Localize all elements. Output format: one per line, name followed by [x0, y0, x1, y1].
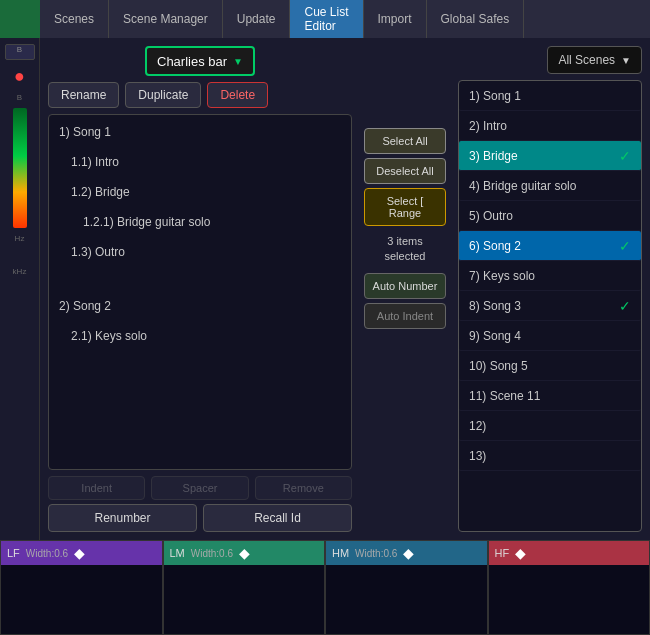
nav-tab-scenes[interactable]: Scenes	[40, 0, 109, 38]
cue-item-7[interactable]: 7) Keys solo	[459, 261, 641, 291]
center-panel: Charlies bar ▼ Rename Duplicate Delete 1…	[40, 38, 360, 540]
scene-item-1[interactable]: 1) Song 1	[51, 117, 349, 147]
channel-label-hf: HF	[495, 547, 510, 559]
scene-item-empty2[interactable]	[51, 351, 349, 375]
crossover-icon-hm[interactable]: ◆	[403, 545, 414, 561]
cue-item-label: 3) Bridge	[469, 149, 518, 163]
all-scenes-dropdown-row: All Scenes ▼	[458, 46, 642, 74]
all-scenes-arrow-icon: ▼	[621, 55, 631, 66]
cue-item-5[interactable]: 5) Outro	[459, 201, 641, 231]
cue-item-10[interactable]: 10) Song 5	[459, 351, 641, 381]
all-scenes-dropdown[interactable]: All Scenes ▼	[547, 46, 642, 74]
cue-item-label: 10) Song 5	[469, 359, 528, 373]
renumber-row: Renumber Recall Id	[48, 504, 352, 532]
auto-indent-button[interactable]: Auto Indent	[364, 303, 446, 329]
hz-label: Hz	[15, 234, 25, 243]
deselect-all-button[interactable]: Deselect All	[364, 158, 446, 184]
scene-item-1.3[interactable]: 1.3) Outro	[51, 237, 349, 267]
crossover-icon-lf[interactable]: ◆	[74, 545, 85, 561]
scene-list: 1) Song 11.1) Intro1.2) Bridge1.2.1) Bri…	[48, 114, 352, 470]
cue-item-6[interactable]: 6) Song 2✓	[459, 231, 641, 261]
items-selected-text: 3 items selected	[385, 234, 426, 265]
cue-item-12[interactable]: 12)	[459, 411, 641, 441]
channel-width-lf: Width:0.6	[26, 548, 68, 559]
select-range-button[interactable]: Select [ Range	[364, 188, 446, 226]
cue-item-label: 12)	[469, 419, 486, 433]
charlies-bar-label: Charlies bar	[157, 54, 227, 69]
auto-number-button[interactable]: Auto Number	[364, 273, 446, 299]
bottom-channels: LFWidth:0.6◆LMWidth:0.6◆HMWidth:0.6◆HF◆	[0, 540, 650, 635]
scene-item-1.2[interactable]: 1.2) Bridge	[51, 177, 349, 207]
duplicate-button[interactable]: Duplicate	[125, 82, 201, 108]
renumber-button[interactable]: Renumber	[48, 504, 197, 532]
charlies-bar-dropdown[interactable]: Charlies bar ▼	[145, 46, 255, 76]
dropdown-arrow-icon: ▼	[233, 56, 243, 67]
nav-tab-import[interactable]: Import	[364, 0, 427, 38]
channel-body-hm	[326, 565, 487, 634]
channel-header-hf: HF◆	[489, 541, 650, 565]
scene-item-1.1[interactable]: 1.1) Intro	[51, 147, 349, 177]
channel-header-hm: HMWidth:0.6◆	[326, 541, 487, 565]
red-indicator: ●	[14, 66, 25, 87]
crossover-icon-lm[interactable]: ◆	[239, 545, 250, 561]
cue-item-label: 11) Scene 11	[469, 389, 540, 403]
spacer-button[interactable]: Spacer	[151, 476, 248, 500]
scene-item-2.1[interactable]: 2.1) Keys solo	[51, 321, 349, 351]
left-btn-b[interactable]: B	[5, 44, 35, 60]
channel-body-hf	[489, 565, 650, 634]
cue-item-4[interactable]: 4) Bridge guitar solo	[459, 171, 641, 201]
cue-item-label: 2) Intro	[469, 119, 507, 133]
crossover-icon-hf[interactable]: ◆	[515, 545, 526, 561]
cue-item-label: 1) Song 1	[469, 89, 521, 103]
logo-area	[0, 0, 40, 38]
center-bottom-buttons: Indent Spacer Remove Renumber Recall Id	[48, 476, 352, 532]
cue-item-label: 5) Outro	[469, 209, 513, 223]
remove-button[interactable]: Remove	[255, 476, 352, 500]
action-buttons-row: Rename Duplicate Delete	[48, 82, 352, 108]
cue-item-9[interactable]: 9) Song 4	[459, 321, 641, 351]
cue-item-13[interactable]: 13)	[459, 441, 641, 471]
right-panel: All Scenes ▼ 1) Song 12) Intro3) Bridge✓…	[450, 38, 650, 540]
rename-button[interactable]: Rename	[48, 82, 119, 108]
delete-button[interactable]: Delete	[207, 82, 268, 108]
indent-button[interactable]: Indent	[48, 476, 145, 500]
nav-tab-cue-list-editor[interactable]: Cue List Editor	[290, 0, 363, 38]
channel-label-lm: LM	[170, 547, 185, 559]
check-icon: ✓	[619, 148, 631, 164]
cue-item-label: 7) Keys solo	[469, 269, 535, 283]
channel-hf: HF◆	[488, 540, 651, 635]
nav-tab-scene-manager[interactable]: Scene Manager	[109, 0, 223, 38]
cue-item-11[interactable]: 11) Scene 11	[459, 381, 641, 411]
channel-width-hm: Width:0.6	[355, 548, 397, 559]
scene-item-empty1[interactable]	[51, 267, 349, 291]
scene-item-1.2.1[interactable]: 1.2.1) Bridge guitar solo	[51, 207, 349, 237]
channel-label-hm: HM	[332, 547, 349, 559]
cue-item-label: 6) Song 2	[469, 239, 521, 253]
nav-tab-global-safes[interactable]: Global Safes	[427, 0, 525, 38]
all-scenes-label: All Scenes	[558, 53, 615, 67]
left-sidebar: B ● B Hz kHz	[0, 38, 40, 540]
cue-item-2[interactable]: 2) Intro	[459, 111, 641, 141]
cue-item-label: 13)	[469, 449, 486, 463]
cue-item-label: 9) Song 4	[469, 329, 521, 343]
channel-width-lm: Width:0.6	[191, 548, 233, 559]
cue-item-3[interactable]: 3) Bridge✓	[459, 141, 641, 171]
select-all-button[interactable]: Select All	[364, 128, 446, 154]
nav-tab-update[interactable]: Update	[223, 0, 291, 38]
channel-label-lf: LF	[7, 547, 20, 559]
khz-label: kHz	[13, 267, 27, 276]
channel-lm: LMWidth:0.6◆	[163, 540, 326, 635]
scene-item-2[interactable]: 2) Song 2	[51, 291, 349, 321]
check-icon: ✓	[619, 298, 631, 314]
channel-header-lf: LFWidth:0.6◆	[1, 541, 162, 565]
cue-list: 1) Song 12) Intro3) Bridge✓4) Bridge gui…	[458, 80, 642, 532]
left-label-b: B	[17, 93, 22, 102]
recall-id-button[interactable]: Recall Id	[203, 504, 352, 532]
channel-header-lm: LMWidth:0.6◆	[164, 541, 325, 565]
select-panel: Select All Deselect All Select [ Range 3…	[360, 38, 450, 540]
cue-item-label: 8) Song 3	[469, 299, 521, 313]
channel-hm: HMWidth:0.6◆	[325, 540, 488, 635]
cue-item-1[interactable]: 1) Song 1	[459, 81, 641, 111]
top-nav-bar: ScenesScene ManagerUpdateCue List Editor…	[0, 0, 650, 38]
cue-item-8[interactable]: 8) Song 3✓	[459, 291, 641, 321]
